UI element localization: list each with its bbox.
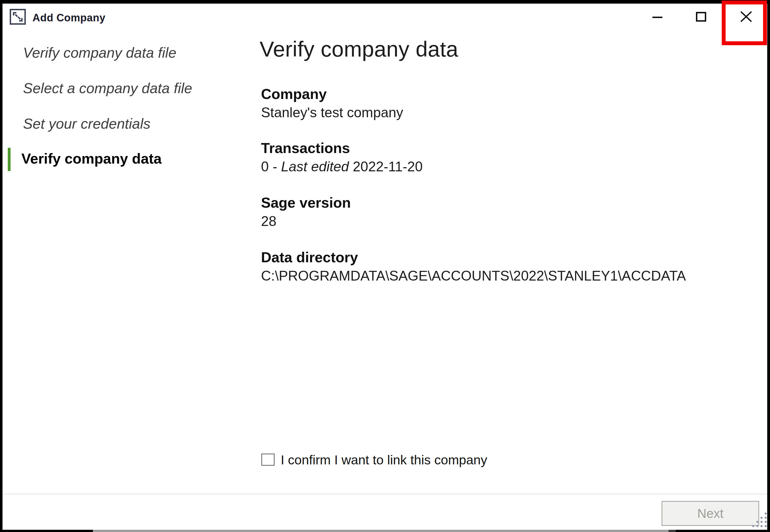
company-value: Stanley's test company xyxy=(261,104,403,121)
sage-version-field: Sage version 28 xyxy=(261,194,351,230)
company-field: Company Stanley's test company xyxy=(261,85,403,121)
window-border-top xyxy=(0,0,770,4)
company-label: Company xyxy=(261,85,403,103)
minimize-icon xyxy=(652,17,662,18)
close-button-highlight-box xyxy=(722,1,767,45)
data-directory-value: C:\PROGRAMDATA\SAGE\ACCOUNTS\2022\STANLE… xyxy=(261,268,686,284)
window-border-right xyxy=(767,0,770,532)
bottom-border-segment xyxy=(669,530,676,532)
step-verify-company-data-file: Verify company data file xyxy=(23,44,176,62)
footer-separator xyxy=(2,494,767,494)
confirm-checkbox-label[interactable]: I confirm I want to link this company xyxy=(281,452,487,467)
confirm-link-row: I confirm I want to link this company xyxy=(261,452,487,467)
add-company-window: Add Company Verify company data file Sel… xyxy=(0,0,770,532)
bottom-border-segment xyxy=(676,530,770,532)
transactions-value: 0 - Last edited 2022-11-20 xyxy=(261,158,423,175)
next-button[interactable]: Next xyxy=(662,501,759,526)
maximize-icon xyxy=(696,12,706,22)
maximize-button[interactable] xyxy=(693,8,710,25)
sage-version-value: 28 xyxy=(261,213,351,230)
step-set-your-credentials: Set your credentials xyxy=(23,115,151,133)
confirm-checkbox[interactable] xyxy=(261,454,274,466)
window-border-left xyxy=(0,0,2,532)
data-directory-field: Data directory C:\PROGRAMDATA\SAGE\ACCOU… xyxy=(261,249,686,284)
add-company-app-icon xyxy=(10,9,26,25)
page-title: Verify company data xyxy=(260,37,458,62)
step-select-a-company-data-file: Select a company data file xyxy=(23,79,192,97)
transactions-field: Transactions 0 - Last edited 2022-11-20 xyxy=(261,139,423,175)
active-step-marker xyxy=(8,148,11,171)
window-title: Add Company xyxy=(32,12,105,24)
resize-grip-icon[interactable] xyxy=(752,513,768,529)
sage-version-label: Sage version xyxy=(261,194,351,211)
transactions-label: Transactions xyxy=(261,139,423,157)
minimize-button[interactable] xyxy=(649,8,666,25)
bottom-scrollbar-segment xyxy=(93,530,669,532)
data-directory-label: Data directory xyxy=(261,249,686,266)
step-verify-company-data: Verify company data xyxy=(21,150,162,167)
bottom-border-segment xyxy=(0,530,93,532)
